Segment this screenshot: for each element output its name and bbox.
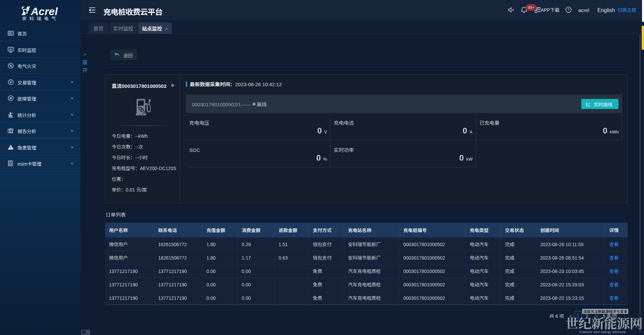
svg-text:安科瑞电气: 安科瑞电气 bbox=[22, 15, 59, 21]
svg-text:?: ? bbox=[568, 8, 570, 12]
